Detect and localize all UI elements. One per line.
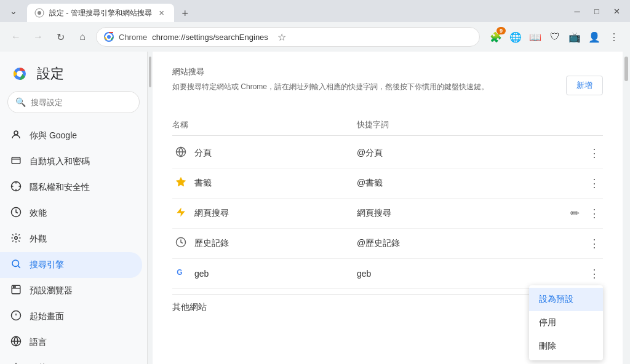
sidebar-header: 設定 xyxy=(0,52,147,91)
row-actions: ⋮ xyxy=(586,235,603,252)
tab-close-button[interactable]: ✕ xyxy=(157,8,167,18)
tab-favicon xyxy=(34,8,44,18)
search-box[interactable]: 🔍 xyxy=(7,91,140,113)
dropdown-item[interactable]: 刪除 xyxy=(529,334,603,358)
row-name: 分頁 xyxy=(189,148,357,159)
sidebar-item-appearance[interactable]: 外觀 xyxy=(0,226,142,252)
dropdown-item[interactable]: 停用 xyxy=(529,311,603,334)
svg-point-3 xyxy=(107,35,111,39)
row-shortcut: geb xyxy=(357,269,586,279)
search-input[interactable] xyxy=(31,98,134,107)
more-button[interactable]: ⋮ xyxy=(586,235,603,252)
reload-button[interactable]: ↻ xyxy=(52,28,69,46)
active-tab[interactable]: 設定 - 管理搜尋引擎和網站搜尋 ✕ xyxy=(27,4,174,22)
performance-icon xyxy=(10,207,22,220)
url-text: chrome://settings/searchEngines xyxy=(152,33,268,42)
table-row: 書籤 @書籤 ⋮ xyxy=(172,168,603,199)
row-shortcut: @書籤 xyxy=(357,178,586,189)
svg-point-7 xyxy=(14,131,18,135)
row-icon xyxy=(172,176,189,190)
sidebar-item-downloads[interactable]: 下載 xyxy=(0,355,142,364)
row-actions: ⋮ xyxy=(586,265,603,282)
table-row: 網頁搜尋 網頁搜尋 ✏⋮ xyxy=(172,199,603,229)
address-bar[interactable]: Chrome chrome://settings/searchEngines ☆ xyxy=(96,27,480,47)
row-icon xyxy=(172,237,189,250)
sidebar-item-browser[interactable]: 預設瀏覽器 xyxy=(0,278,142,304)
search-icon xyxy=(10,258,22,272)
sidebar-item-privacy[interactable]: 隱私權和安全性 xyxy=(0,175,142,200)
sidebar-item-label: 外觀 xyxy=(30,234,47,245)
row-name: 歷史記錄 xyxy=(189,238,357,249)
extensions-badge[interactable]: 🧩 9 xyxy=(487,28,504,46)
more-button[interactable]: ⋮ xyxy=(586,265,603,282)
svg-point-14 xyxy=(14,287,15,288)
shield-button[interactable]: 🛡 xyxy=(546,28,564,46)
window-controls: ─ □ ✕ xyxy=(568,2,625,20)
tab-list-button[interactable]: ⌄ xyxy=(5,2,22,20)
dropdown-item[interactable]: 設為預設 xyxy=(529,288,603,311)
svg-point-1 xyxy=(38,11,41,15)
sidebar-item-label: 隱私權和安全性 xyxy=(30,182,90,193)
dropdown-menu: 設為預設停用刪除 xyxy=(529,285,603,360)
svg-point-12 xyxy=(12,260,19,267)
sidebar-scrollbar-area xyxy=(148,52,153,364)
maximize-button[interactable]: □ xyxy=(588,2,605,20)
table-row: 歷史記錄 @歷史記錄 ⋮ xyxy=(172,229,603,259)
section-desc: 如要搜尋特定網站或 Chrome，請在網址列輸入相應的快捷字詞，然後按下你慣用的… xyxy=(172,81,488,92)
svg-marker-22 xyxy=(177,208,185,217)
menu-button[interactable]: ⋮ xyxy=(605,28,623,46)
row-shortcut: @分頁 xyxy=(357,148,586,159)
startup-icon xyxy=(10,310,22,323)
minimize-button[interactable]: ─ xyxy=(568,2,586,20)
back-button[interactable]: ← xyxy=(7,28,25,46)
search-icon: 🔍 xyxy=(15,97,26,107)
forward-button[interactable]: → xyxy=(30,28,47,46)
sidebar-item-label: 語言 xyxy=(30,337,47,348)
downloads-icon xyxy=(10,362,22,364)
row-actions: ⋮ xyxy=(586,175,603,192)
save-button[interactable]: 📖 xyxy=(527,28,544,46)
right-scrollbar xyxy=(623,52,630,364)
addressbar: ← → ↻ ⌂ Chrome chrome://settings/searchE… xyxy=(0,22,630,52)
address-actions: ☆ xyxy=(273,28,290,46)
appearance-icon xyxy=(10,232,22,246)
row-icon xyxy=(172,146,189,160)
language-icon xyxy=(10,336,22,349)
sidebar-item-performance[interactable]: 效能 xyxy=(0,200,142,226)
row-actions: ⋮ xyxy=(586,144,603,162)
row-actions: ✏⋮ xyxy=(566,205,603,222)
translate-button[interactable]: 🌐 xyxy=(507,28,524,46)
sidebar-item-label: 預設瀏覽器 xyxy=(30,285,73,296)
chrome-logo xyxy=(10,64,30,84)
svg-rect-8 xyxy=(12,157,20,164)
more-button[interactable]: ⋮ xyxy=(586,205,603,222)
sidebar-item-language[interactable]: 語言 xyxy=(0,330,142,355)
row-name: 書籤 xyxy=(189,178,357,189)
sidebar-item-startup[interactable]: 起始畫面 xyxy=(0,304,142,330)
more-button[interactable]: ⋮ xyxy=(586,175,603,192)
sidebar-scrollbar-thumb xyxy=(149,57,151,87)
more-button[interactable]: ⋮ xyxy=(586,144,603,162)
sidebar-nav: 你與 Google 自動填入和密碼 隱私權和安全性 效能 外觀 搜尋引擎 預設瀏… xyxy=(0,121,147,364)
profile-button[interactable]: 👤 xyxy=(586,28,603,46)
cast-button[interactable]: 📺 xyxy=(566,28,583,46)
bookmark-button[interactable]: ☆ xyxy=(273,28,290,46)
main-layout: 設定 🔍 你與 Google 自動填入和密碼 隱私權和安全性 效能 外觀 搜尋引… xyxy=(0,52,630,364)
sidebar-item-label: 你與 Google xyxy=(30,130,77,141)
brand-label: Chrome xyxy=(119,33,147,42)
sidebar-item-search[interactable]: 搜尋引擎 xyxy=(0,252,142,278)
table-row: G geb geb ⋮ xyxy=(172,259,603,289)
sidebar-item-label: 搜尋引擎 xyxy=(30,259,64,271)
close-window-button[interactable]: ✕ xyxy=(608,2,625,20)
sidebar-item-autofill[interactable]: 自動填入和密碼 xyxy=(0,149,142,175)
sidebar: 設定 🔍 你與 Google 自動填入和密碼 隱私權和安全性 效能 外觀 搜尋引… xyxy=(0,52,148,364)
sidebar-item-label: 效能 xyxy=(30,208,47,219)
other-sites-label: 其他網站 xyxy=(172,302,207,313)
svg-point-15 xyxy=(15,287,16,288)
table-row: 分頁 @分頁 ⋮ xyxy=(172,138,603,168)
new-tab-button[interactable]: + xyxy=(177,5,194,22)
edit-button[interactable]: ✏ xyxy=(566,205,583,222)
sidebar-item-you-google[interactable]: 你與 Google xyxy=(0,123,142,149)
add-button[interactable]: 新增 xyxy=(566,76,603,95)
home-button[interactable]: ⌂ xyxy=(74,28,91,46)
